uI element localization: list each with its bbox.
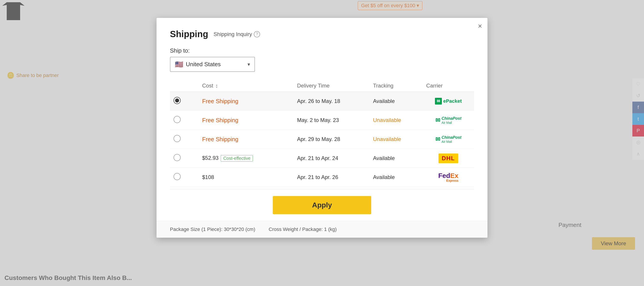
radio-button[interactable] xyxy=(174,97,181,104)
chinapost-name: ChinaPost xyxy=(442,116,462,121)
apply-button[interactable]: Apply xyxy=(273,196,371,214)
fedex-fe: Fed xyxy=(438,172,450,179)
cost-cell: Free Shipping xyxy=(184,92,294,111)
modal-footer: Package Size (1 Piece): 30*30*20 (cm) Cr… xyxy=(156,221,488,238)
chinapost-text-group: ChinaPost Air Mail xyxy=(442,116,462,124)
carrier-logo: ✉ ePacket xyxy=(426,96,470,106)
dhl-logo: DHL xyxy=(438,154,458,163)
cross-weight-info: Cross Weight / Package: 1 (kg) xyxy=(269,226,337,232)
chinapost-sub: Air Mail xyxy=(442,140,462,143)
cost-cell: Free Shipping xyxy=(184,130,294,149)
epacket-text: ePacket xyxy=(443,98,462,104)
free-shipping-label: Free Shipping xyxy=(202,117,238,124)
sort-icon[interactable]: ▲▼ xyxy=(216,84,218,88)
radio-cell[interactable] xyxy=(170,130,184,149)
radio-cell[interactable] xyxy=(170,149,184,168)
epacket-logo: ✉ ePacket xyxy=(435,98,462,105)
free-shipping-label: Free Shipping xyxy=(202,98,238,105)
carrier-logo: ✉ ChinaPost Air Mail xyxy=(426,115,470,125)
tracking-cell: Available xyxy=(370,168,422,187)
country-flag: 🇺🇸 xyxy=(175,60,183,68)
tracking-cell: Available xyxy=(370,149,422,168)
th-carrier: Carrier xyxy=(422,80,474,92)
carrier-logo: FedEx Express xyxy=(426,172,470,182)
chinapost-mark: ✉ xyxy=(435,136,440,143)
tracking-cell: Available xyxy=(370,92,422,111)
fedex-logo: FedEx Express xyxy=(438,172,458,182)
delivery-time-cell: Apr. 21 to Apr. 26 xyxy=(294,168,370,187)
carrier-cell: DHL xyxy=(422,149,474,168)
chinapost-name: ChinaPost xyxy=(442,135,462,140)
delivery-time-cell: Apr. 26 to May. 18 xyxy=(294,92,370,111)
cost-cell: $108 xyxy=(184,168,294,187)
chinapost-logo: ✉ ChinaPost Air Mail xyxy=(435,116,462,124)
cost-effective-badge: Cost-effective xyxy=(221,155,253,162)
th-cost: Cost ▲▼ xyxy=(184,80,294,92)
chinapost-logo: ✉ ChinaPost Air Mail xyxy=(435,135,462,143)
th-tracking: Tracking xyxy=(370,80,422,92)
chevron-down-icon: ▾ xyxy=(248,62,250,67)
modal-header: Shipping Shipping Inquiry ? xyxy=(170,29,474,39)
tracking-cell: Unavailable xyxy=(370,111,422,130)
inquiry-icon: ? xyxy=(254,31,260,37)
close-button[interactable]: × xyxy=(478,22,482,30)
package-size-info: Package Size (1 Piece): 30*30*20 (cm) xyxy=(170,226,255,232)
table-row[interactable]: $52.93Cost-effectiveApr. 21 to Apr. 24Av… xyxy=(170,149,474,168)
carrier-logo: DHL xyxy=(426,153,470,163)
shipping-options-table: Cost ▲▼ Delivery Time Tracking Carrier F… xyxy=(170,80,474,187)
chinapost-text-group: ChinaPost Air Mail xyxy=(442,135,462,143)
th-delivery: Delivery Time xyxy=(294,80,370,92)
carrier-cell: ✉ ChinaPost Air Mail xyxy=(422,130,474,149)
shipping-modal: × Shipping Shipping Inquiry ? Ship to: 🇺… xyxy=(156,18,488,238)
radio-cell[interactable] xyxy=(170,92,184,111)
fedex-ex: Ex xyxy=(450,172,458,179)
country-name: United States xyxy=(186,61,221,68)
ship-to-label: Ship to: xyxy=(170,47,474,54)
cost-cell: $52.93Cost-effective xyxy=(184,149,294,168)
delivery-time-cell: Apr. 29 to May. 28 xyxy=(294,130,370,149)
table-row[interactable]: Free ShippingApr. 29 to May. 28Unavailab… xyxy=(170,130,474,149)
cost-cell: Free Shipping xyxy=(184,111,294,130)
epacket-mark: ✉ xyxy=(435,98,442,105)
country-selector[interactable]: 🇺🇸 United States ▾ xyxy=(170,57,255,72)
radio-button[interactable] xyxy=(174,116,181,123)
table-row[interactable]: Free ShippingApr. 26 to May. 18Available… xyxy=(170,92,474,111)
table-row[interactable]: Free ShippingMay. 2 to May. 23Unavailabl… xyxy=(170,111,474,130)
table-header-row: Cost ▲▼ Delivery Time Tracking Carrier xyxy=(170,80,474,92)
carrier-logo: ✉ ChinaPost Air Mail xyxy=(426,134,470,144)
fedex-express-label: Express xyxy=(438,179,458,182)
delivery-time-cell: May. 2 to May. 23 xyxy=(294,111,370,130)
th-select xyxy=(170,80,184,92)
radio-cell[interactable] xyxy=(170,111,184,130)
shipping-inquiry-link[interactable]: Shipping Inquiry ? xyxy=(214,31,260,37)
table-divider xyxy=(170,189,474,189)
tracking-cell: Unavailable xyxy=(370,130,422,149)
radio-button[interactable] xyxy=(174,154,181,161)
carrier-cell: ✉ ChinaPost Air Mail xyxy=(422,111,474,130)
carrier-cell: ✉ ePacket xyxy=(422,92,474,111)
modal-title: Shipping xyxy=(170,29,208,39)
radio-button[interactable] xyxy=(174,173,181,180)
radio-button[interactable] xyxy=(174,135,181,142)
carrier-cell: FedEx Express xyxy=(422,168,474,187)
free-shipping-label: Free Shipping xyxy=(202,136,238,143)
delivery-time-cell: Apr. 21 to Apr. 24 xyxy=(294,149,370,168)
modal-backdrop: × Shipping Shipping Inquiry ? Ship to: 🇺… xyxy=(0,0,644,286)
radio-cell[interactable] xyxy=(170,168,184,187)
chinapost-mark: ✉ xyxy=(435,117,440,124)
table-row[interactable]: $108Apr. 21 to Apr. 26Available FedEx Ex… xyxy=(170,168,474,187)
chinapost-sub: Air Mail xyxy=(442,121,462,124)
